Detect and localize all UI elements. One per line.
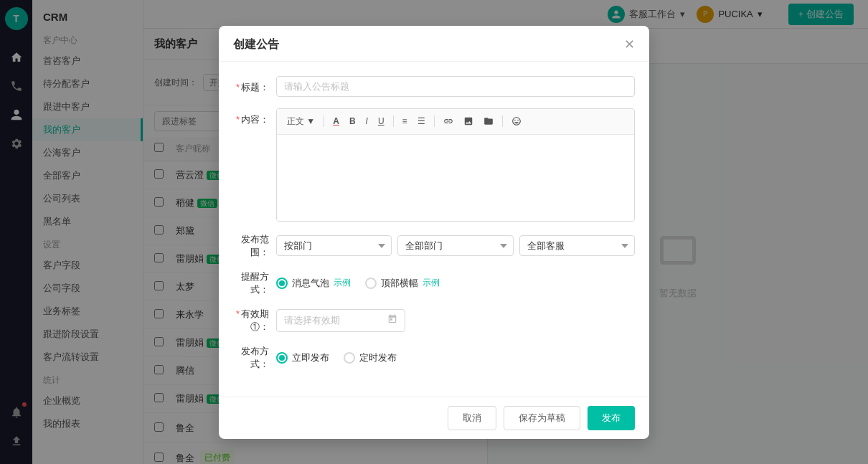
title-control <box>276 76 635 97</box>
image-btn[interactable] <box>459 114 478 128</box>
dialog-body: *标题： *内容： 正文 ▼ A B <box>219 62 649 397</box>
ordered-list-btn[interactable]: ☰ <box>413 114 430 128</box>
bubble-label: 消息气泡 <box>292 277 329 290</box>
italic-btn[interactable]: I <box>362 114 372 128</box>
format-text-btn[interactable]: 正文 ▼ <box>283 113 319 130</box>
underline-btn[interactable]: U <box>374 114 389 128</box>
save-draft-button[interactable]: 保存为草稿 <box>504 406 580 430</box>
publish-range-row: 发布范围： 按部门 全部部门 全部客服 <box>233 233 635 259</box>
content-control: 正文 ▼ A B I U ≡ ☰ <box>276 108 635 222</box>
create-announcement-dialog: 创建公告 ✕ *标题： *内容： <box>219 26 649 439</box>
reminder-label: 提醒方式： <box>233 270 276 296</box>
unordered-list-btn[interactable]: ≡ <box>398 114 412 128</box>
immediate-publish[interactable]: 立即发布 <box>276 351 329 364</box>
reminder-bubble[interactable]: 消息气泡 示例 <box>276 277 351 290</box>
department-type-select[interactable]: 按部门 <box>276 235 392 256</box>
editor-content[interactable] <box>277 135 634 221</box>
overlay: 创建公告 ✕ *标题： *内容： <box>0 0 868 464</box>
validity-label: *有效期①： <box>233 308 276 333</box>
content-form-row: *内容： 正文 ▼ A B I U ≡ ☰ <box>233 108 635 222</box>
toolbar-sep <box>434 115 435 127</box>
reminder-banner[interactable]: 顶部横幅 示例 <box>365 277 440 290</box>
validity-date-input[interactable]: 请选择有效期 <box>276 309 405 332</box>
file-btn[interactable] <box>479 114 498 128</box>
bold-btn[interactable]: B <box>345 114 360 128</box>
title-label: *标题： <box>233 76 276 94</box>
immediate-radio-dot <box>279 355 285 361</box>
content-label: *内容： <box>233 108 276 126</box>
reminder-row: 提醒方式： 消息气泡 示例 顶部横幅 示例 <box>233 270 635 296</box>
dialog-header: 创建公告 ✕ <box>219 26 649 62</box>
calendar-icon <box>387 314 397 326</box>
bubble-radio-circle <box>276 278 288 289</box>
publish-method-group: 立即发布 定时发布 <box>276 351 397 364</box>
required-star: * <box>236 114 240 125</box>
publish-method-label: 发布方式： <box>233 345 276 371</box>
title-form-row: *标题： <box>233 76 635 97</box>
banner-example-link[interactable]: 示例 <box>423 277 440 289</box>
dialog-title: 创建公告 <box>233 37 279 52</box>
reminder-radio-group: 消息气泡 示例 顶部横幅 示例 <box>276 277 440 290</box>
dialog-close-icon[interactable]: ✕ <box>624 38 635 51</box>
required-star: * <box>236 308 240 319</box>
editor-wrapper: 正文 ▼ A B I U ≡ ☰ <box>276 108 635 222</box>
toolbar-sep <box>393 115 394 127</box>
publish-range-label: 发布范围： <box>233 233 276 259</box>
toolbar-sep <box>502 115 503 127</box>
bubble-radio-dot <box>279 280 285 286</box>
required-star: * <box>236 82 240 93</box>
immediate-label: 立即发布 <box>292 351 329 364</box>
select-group: 按部门 全部部门 全部客服 <box>276 235 635 256</box>
immediate-radio-circle <box>276 352 288 364</box>
banner-label: 顶部横幅 <box>381 277 418 290</box>
service-select[interactable]: 全部客服 <box>519 235 635 256</box>
font-color-btn[interactable]: A <box>329 114 344 128</box>
bubble-example-link[interactable]: 示例 <box>334 277 351 289</box>
cancel-button[interactable]: 取消 <box>448 406 496 430</box>
validity-row: *有效期①： 请选择有效期 <box>233 308 635 333</box>
link-btn[interactable] <box>439 114 458 128</box>
publish-button[interactable]: 发布 <box>588 406 635 430</box>
publish-method-row: 发布方式： 立即发布 定时发布 <box>233 345 635 371</box>
toolbar-sep <box>324 115 324 127</box>
scheduled-radio-circle <box>344 352 355 364</box>
editor-toolbar: 正文 ▼ A B I U ≡ ☰ <box>277 109 634 135</box>
dialog-footer: 取消 保存为草稿 发布 <box>219 397 649 439</box>
announcement-title-input[interactable] <box>276 76 635 97</box>
emoji-btn[interactable] <box>507 114 526 128</box>
scheduled-label: 定时发布 <box>359 351 397 364</box>
department-select[interactable]: 全部部门 <box>397 235 513 256</box>
validity-placeholder: 请选择有效期 <box>284 314 340 327</box>
scheduled-publish[interactable]: 定时发布 <box>344 351 397 364</box>
banner-radio-circle <box>365 278 377 289</box>
